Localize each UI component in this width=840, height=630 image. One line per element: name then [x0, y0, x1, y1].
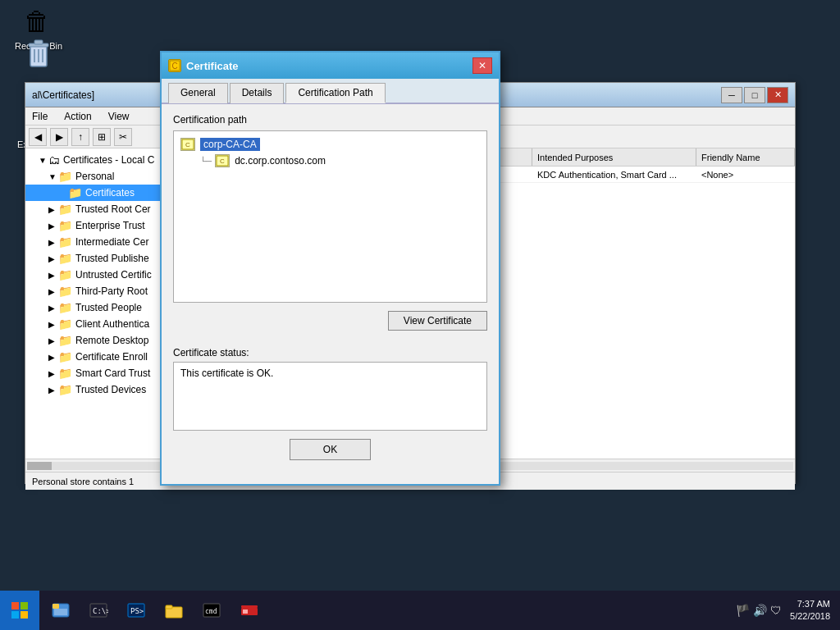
recycle-bin-icon[interactable]: Recycle Bin: [10, 7, 67, 51]
cert-ok-row: OK: [173, 439, 487, 460]
desktop: Recycle Bin ExpireTe... al\Certificates]…: [0, 0, 840, 591]
mmc-maximize-btn[interactable]: □: [744, 87, 765, 103]
toolbar-scissors-btn[interactable]: ✂: [114, 128, 132, 146]
svg-text:C:\>: C:\>: [93, 607, 108, 615]
cell-friendly: <None>: [696, 170, 795, 180]
svg-rect-16: [21, 602, 28, 609]
svg-text:C: C: [220, 158, 225, 165]
cert-path-icon-root: C: [180, 138, 195, 151]
tray-icons: 🏴 🔊 🛡: [736, 604, 782, 617]
tray-flag-icon[interactable]: 🏴: [736, 604, 750, 617]
taskbar-tray: 🏴 🔊 🛡 7:37 AM 5/22/2018: [729, 598, 840, 623]
view-certificate-button[interactable]: View Certificate: [388, 311, 487, 331]
taskbar-item-console[interactable]: C:\>: [80, 594, 116, 627]
menu-file[interactable]: File: [29, 109, 51, 124]
cert-dialog-title: Certificate: [186, 60, 472, 72]
path-item-root[interactable]: C corp-CA-CA: [180, 138, 480, 151]
certificate-dialog: C Certificate ✕ General Details Certific…: [160, 51, 500, 486]
tray-date: 5/22/2018: [790, 610, 830, 623]
cert-body: Certification path C corp-CA-CA └─: [162, 104, 499, 470]
tab-details[interactable]: Details: [230, 83, 285, 103]
mmc-minimize-btn[interactable]: ─: [721, 87, 742, 103]
cell-purposes: KDC Authentication, Smart Card ...: [532, 170, 696, 180]
cert-path-icon-child: C: [215, 154, 230, 167]
svg-rect-27: [166, 605, 172, 609]
svg-rect-32: [243, 609, 248, 614]
toolbar-show-hide-btn[interactable]: ⊞: [93, 128, 111, 146]
toolbar-back-btn[interactable]: ◀: [29, 128, 47, 146]
svg-text:C: C: [185, 141, 190, 148]
tab-general[interactable]: General: [168, 83, 228, 103]
path-label-child: dc.corp.contoso.com: [235, 155, 326, 167]
cert-ok-button[interactable]: OK: [290, 439, 371, 460]
tab-certification-path[interactable]: Certification Path: [285, 83, 385, 103]
svg-rect-17: [11, 611, 19, 619]
mmc-close-btn[interactable]: ✕: [767, 87, 788, 103]
cert-tabs: General Details Certification Path: [162, 79, 499, 104]
svg-rect-2: [34, 40, 43, 44]
svg-rect-21: [54, 609, 67, 615]
toolbar-forward-btn[interactable]: ▶: [50, 128, 68, 146]
svg-rect-30: [241, 605, 258, 608]
taskbar-item-tools[interactable]: [231, 594, 267, 627]
taskbar-item-explorer[interactable]: [43, 594, 79, 627]
taskbar-item-cmd[interactable]: cmd: [194, 594, 230, 627]
svg-text:C: C: [171, 62, 177, 71]
cert-status-box: This certificate is OK.: [173, 362, 487, 431]
svg-rect-18: [21, 611, 28, 619]
col-intended-purposes[interactable]: Intended Purposes: [532, 148, 696, 166]
svg-text:cmd: cmd: [205, 608, 217, 615]
cert-section-label: Certification path: [173, 114, 487, 126]
taskbar-item-powershell[interactable]: PS>: [118, 594, 154, 627]
path-item-child[interactable]: └─ C dc.corp.contoso.com: [200, 154, 480, 167]
cert-close-button[interactable]: ✕: [472, 57, 492, 74]
menu-action[interactable]: Action: [61, 109, 94, 124]
cert-title-icon: C: [168, 59, 181, 72]
path-connector-icon: └─: [200, 157, 212, 166]
col-friendly-name[interactable]: Friendly Name: [696, 148, 795, 166]
taskbar-items: C:\> PS> cmd: [39, 594, 729, 627]
taskbar: C:\> PS> cmd: [0, 591, 840, 630]
tray-network-icon[interactable]: 🔊: [753, 604, 767, 617]
cert-path-box: C corp-CA-CA └─ C dc.corp.contoso.com: [173, 130, 487, 303]
start-button[interactable]: [0, 591, 39, 630]
cert-titlebar: C Certificate ✕: [162, 52, 499, 79]
mmc-window-controls: ─ □ ✕: [721, 87, 788, 103]
menu-view[interactable]: View: [105, 109, 133, 124]
tray-clock[interactable]: 7:37 AM 5/22/2018: [787, 598, 833, 623]
cert-status-label: Certificate status:: [173, 347, 487, 358]
tray-security-icon[interactable]: 🛡: [770, 604, 782, 617]
svg-rect-15: [11, 602, 19, 609]
path-label-root: corp-CA-CA: [200, 138, 260, 151]
recycle-bin-graphic: [24, 7, 53, 39]
cert-status-text: This certificate is OK.: [180, 368, 273, 379]
taskbar-item-folder[interactable]: [156, 594, 192, 627]
toolbar-up-btn[interactable]: ↑: [71, 128, 89, 146]
svg-text:PS>: PS>: [130, 607, 144, 615]
tray-time: 7:37 AM: [790, 598, 830, 610]
svg-rect-20: [52, 604, 59, 609]
